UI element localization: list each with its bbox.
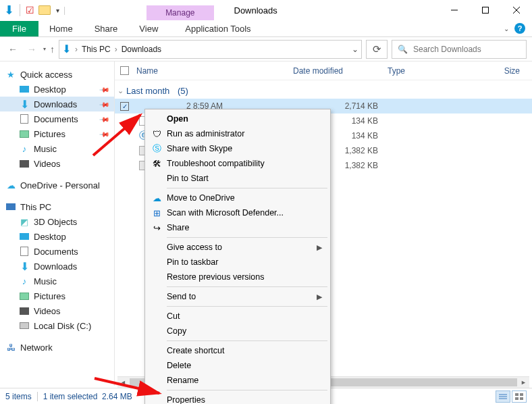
menu-share-skype[interactable]: ⓈShare with Skype (147, 141, 329, 156)
scroll-left-button[interactable]: ◄ (117, 377, 129, 388)
menu-restore-versions[interactable]: Restore previous versions (147, 270, 329, 284)
qat-dropdown[interactable]: ▾ (56, 7, 59, 14)
menu-rename[interactable]: Rename (147, 373, 329, 388)
scroll-right-button[interactable]: ► (518, 377, 529, 388)
menu-share[interactable]: ↪Share (147, 220, 329, 235)
menu-properties[interactable]: Properties (147, 393, 329, 404)
sidebar-item-videos[interactable]: Videos (0, 303, 114, 318)
network-header[interactable]: 🖧Network (0, 340, 114, 355)
videos-icon (20, 160, 29, 168)
column-size[interactable]: Size (473, 66, 520, 76)
sidebar-item-documents[interactable]: Documents (0, 244, 114, 259)
select-all-checkbox[interactable] (120, 66, 129, 75)
sidebar-item-music[interactable]: ♪Music (0, 274, 114, 288)
separator (20, 4, 20, 16)
refresh-button[interactable]: ⟳ (366, 40, 388, 59)
sidebar-item-pictures[interactable]: Pictures📌 (0, 126, 114, 141)
tab-share[interactable]: Share (84, 21, 129, 36)
cell-size: 134 KB (331, 116, 378, 126)
sidebar-item-downloads[interactable]: ⬇Downloads (0, 259, 114, 274)
address-bar[interactable]: ⬇ › This PC › Downloads ⌄ (59, 40, 362, 59)
menu-copy[interactable]: Copy (147, 324, 329, 338)
close-button[interactable] (501, 0, 532, 20)
this-pc-header[interactable]: This PC (0, 199, 114, 214)
sidebar-item-music[interactable]: ♪Music (0, 141, 114, 156)
cloud-icon: ☁ (151, 192, 163, 204)
row-checkbox[interactable]: ✓ (120, 102, 129, 111)
ribbon-expand-icon[interactable]: ⌄ (504, 25, 509, 32)
svg-rect-1 (483, 7, 489, 14)
column-type[interactable]: Type (388, 66, 473, 76)
column-date[interactable]: Date modified (293, 66, 388, 76)
forward-button[interactable]: → (24, 42, 39, 57)
download-arrow-icon: ⬇ (19, 99, 30, 109)
cell-size: 2,714 KB (331, 101, 378, 111)
menu-pin-taskbar[interactable]: Pin to taskbar (147, 255, 329, 270)
help-icon[interactable]: ? (514, 23, 525, 34)
pictures-icon (20, 293, 29, 300)
status-selected-count: 1 item selected (43, 392, 98, 401)
sidebar-item-videos[interactable]: Videos (0, 156, 114, 171)
svg-rect-10 (520, 397, 523, 400)
cube-icon: ◩ (19, 216, 30, 227)
menu-pin-start[interactable]: Pin to Start (147, 171, 329, 186)
sidebar-item-pictures[interactable]: Pictures (0, 288, 114, 303)
breadcrumb-separator[interactable]: › (74, 45, 79, 54)
menu-give-access[interactable]: Give access to▶ (147, 240, 329, 255)
thumbnails-view-button[interactable] (512, 390, 527, 403)
checkbox-icon[interactable]: ☑ (26, 5, 34, 16)
svg-rect-7 (515, 393, 518, 396)
pin-icon: 📌 (99, 84, 110, 95)
menu-cut[interactable]: Cut (147, 309, 329, 324)
document-icon (20, 247, 28, 256)
menu-scan-defender[interactable]: ⊞Scan with Microsoft Defender... (147, 205, 329, 220)
minimize-button[interactable] (439, 0, 470, 20)
quick-access-header[interactable]: ★Quick access (0, 67, 114, 82)
search-box[interactable]: 🔍 (392, 40, 527, 59)
svg-rect-8 (520, 393, 523, 396)
download-arrow-icon: ⬇ (4, 3, 14, 18)
address-dropdown[interactable]: ⌄ (352, 45, 358, 54)
folder-icon[interactable] (38, 5, 51, 15)
desktop-icon (20, 233, 29, 240)
defender-icon: ⊞ (151, 207, 163, 219)
back-button[interactable]: ← (5, 42, 20, 57)
menu-create-shortcut[interactable]: Create shortcut (147, 343, 329, 358)
chevron-down-icon: ⌄ (117, 86, 124, 95)
tab-application-tools[interactable]: Application Tools (174, 21, 261, 36)
onedrive-header[interactable]: ☁OneDrive - Personal (0, 178, 114, 193)
svg-rect-9 (515, 397, 518, 400)
context-menu: Open 🛡Run as administrator ⓈShare with S… (144, 109, 331, 404)
file-tab[interactable]: File (0, 21, 38, 36)
sidebar-item-downloads[interactable]: ⬇Downloads📌 (0, 97, 114, 111)
sidebar-item-documents[interactable]: Documents📌 (0, 111, 114, 126)
menu-run-as-admin[interactable]: 🛡Run as administrator (147, 126, 329, 141)
sidebar-item-local-disk[interactable]: Local Disk (C:) (0, 318, 114, 333)
up-button[interactable]: ↑ (50, 44, 55, 55)
address-bar-row: ← → ▾ ↑ ⬇ › This PC › Downloads ⌄ ⟳ 🔍 (0, 37, 532, 61)
search-input[interactable] (413, 45, 521, 54)
menu-delete[interactable]: Delete (147, 358, 329, 373)
window-title: Downloads (234, 5, 277, 16)
menu-move-onedrive[interactable]: ☁Move to OneDrive (147, 191, 329, 205)
tab-view[interactable]: View (128, 21, 169, 36)
menu-troubleshoot[interactable]: 🛠Troubleshoot compatibility (147, 156, 329, 171)
details-view-button[interactable] (496, 390, 510, 403)
menu-open[interactable]: Open (147, 111, 329, 126)
document-icon (20, 114, 28, 124)
cloud-icon: ☁ (5, 180, 16, 191)
sidebar-item-desktop[interactable]: Desktop📌 (0, 82, 114, 97)
column-name[interactable]: Name (136, 66, 293, 76)
sidebar-item-desktop[interactable]: Desktop (0, 229, 114, 244)
music-icon: ♪ (19, 143, 30, 154)
sidebar-item-3d-objects[interactable]: ◩3D Objects (0, 214, 114, 229)
menu-send-to[interactable]: Send to▶ (147, 289, 329, 304)
breadcrumb-this-pc[interactable]: This PC (79, 45, 113, 54)
breadcrumb-separator[interactable]: › (113, 45, 119, 54)
search-icon: 🔍 (398, 45, 408, 54)
breadcrumb-downloads[interactable]: Downloads (119, 45, 164, 54)
tab-home[interactable]: Home (38, 21, 84, 36)
maximize-button[interactable] (470, 0, 501, 20)
group-header[interactable]: ⌄ Last month (5) (115, 80, 532, 99)
history-dropdown[interactable]: ▾ (43, 46, 46, 52)
